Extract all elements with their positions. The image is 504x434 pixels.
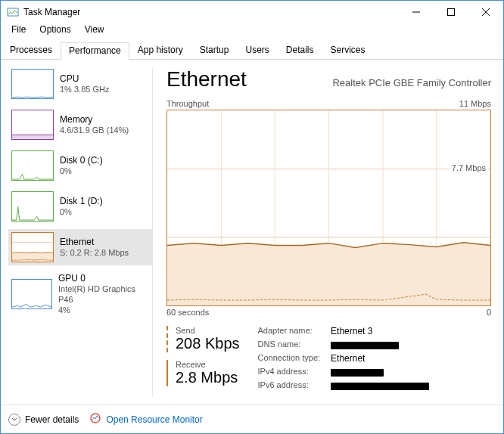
page-title: Ethernet [166,67,247,91]
send-label: Send [176,326,240,335]
receive-rate: Receive 2.8 Mbps [166,360,240,386]
main-header: Ethernet Realtek PCIe GBE Family Control… [166,67,491,91]
dns-label: DNS name: [258,339,321,350]
close-button[interactable] [468,1,503,23]
receive-value: 2.8 Mbps [176,369,240,386]
cpu-thumb-chart [11,69,54,99]
sidebar-item-gpu0[interactable]: GPU 0 Intel(R) HD Graphics P46 4% [8,270,152,318]
sidebar-item-disk0[interactable]: Disk 0 (C:) 0% [8,147,152,184]
task-manager-window: Task Manager File Options View Processes… [0,0,504,434]
disk1-thumb-chart [11,191,54,222]
sidebar-item-sub: S: 0.2 R: 2.8 Mbps [60,248,129,259]
x-axis-right: 0 [487,308,491,317]
ethernet-labels: Ethernet S: 0.2 R: 2.8 Mbps [60,237,129,259]
tabstrip: Processes Performance App history Startu… [1,42,503,60]
open-resource-monitor-label: Open Resource Monitor [106,414,202,425]
disk0-labels: Disk 0 (C:) 0% [60,155,103,177]
gridline-label: 7.7 Mbps [450,163,487,172]
sidebar-item-sub: 0% [60,166,103,177]
sidebar-item-disk1[interactable]: Disk 1 (D:) 0% [8,188,152,225]
sidebar-item-label: GPU 0 [58,273,149,284]
dns-value [331,339,429,350]
memory-labels: Memory 4.6/31.9 GB (14%) [60,114,129,136]
connection-info: Adapter name: Ethernet 3 DNS name: Conne… [258,326,430,391]
sidebar-item-sub: Intel(R) HD Graphics P46 [58,284,149,305]
tab-details[interactable]: Details [278,42,322,59]
fewer-details-label: Fewer details [25,414,79,425]
maximize-button[interactable] [434,1,468,23]
throughput-chart[interactable]: 7.7 Mbps [166,110,491,306]
ipv4-label: IPv4 address: [258,367,321,377]
footer: Fewer details Open Resource Monitor [1,405,503,433]
sidebar: CPU 1% 3.85 GHz Memory 4.6/31.9 GB (14%) [1,60,152,405]
chevron-down-icon [8,414,20,426]
svg-marker-16 [167,243,490,305]
gpu0-thumb-chart [11,279,52,309]
sidebar-item-sub: 4.6/31.9 GB (14%) [60,126,129,136]
send-value: 208 Kbps [176,335,240,352]
ipv4-value [331,367,429,377]
menubar: File Options View [1,23,503,39]
adapter-label: Adapter name: [258,326,321,336]
disk1-labels: Disk 1 (D:) 0% [60,196,103,218]
sidebar-item-cpu[interactable]: CPU 1% 3.85 GHz [8,66,152,102]
sidebar-item-sub: 0% [60,207,103,218]
cpu-labels: CPU 1% 3.85 GHz [60,73,109,95]
svg-rect-2 [448,9,455,16]
conn-value: Ethernet [331,353,429,364]
tab-processes[interactable]: Processes [2,42,61,59]
tab-users[interactable]: Users [237,42,277,59]
tab-startup[interactable]: Startup [191,42,238,59]
fewer-details-button[interactable]: Fewer details [8,414,79,426]
ipv6-label: IPv6 address: [258,380,321,391]
main-panel: Ethernet Realtek PCIe GBE Family Control… [153,60,503,405]
open-resource-monitor-link[interactable]: Open Resource Monitor [89,412,202,426]
sidebar-item-label: CPU [60,73,109,85]
minimize-button[interactable] [399,1,434,23]
sidebar-item-memory[interactable]: Memory 4.6/31.9 GB (14%) [8,107,152,143]
memory-thumb-chart [11,110,54,140]
app-icon [7,6,19,18]
receive-label: Receive [176,360,240,369]
sidebar-item-ethernet[interactable]: Ethernet S: 0.2 R: 2.8 Mbps [8,229,152,265]
adapter-value: Ethernet 3 [331,326,429,336]
ethernet-thumb-chart [11,232,54,262]
disk0-thumb-chart [11,150,54,181]
titlebar: Task Manager [1,1,503,23]
device-name: Realtek PCIe GBE Family Controller [332,77,491,88]
menu-file[interactable]: File [5,23,32,39]
resource-monitor-icon [89,412,101,426]
ipv6-value [331,380,429,391]
detail-section: Send 208 Kbps Receive 2.8 Mbps Adapter n… [166,326,491,391]
rates: Send 208 Kbps Receive 2.8 Mbps [166,326,240,391]
sidebar-item-label: Memory [60,114,129,126]
sidebar-item-label: Ethernet [60,237,129,248]
menu-view[interactable]: View [79,23,110,39]
gpu0-labels: GPU 0 Intel(R) HD Graphics P46 4% [58,273,149,315]
x-axis-left: 60 seconds [166,308,209,317]
sidebar-item-sub2: 4% [58,305,149,316]
chart-top-labels: Throughput 11 Mbps [166,99,491,108]
window-title: Task Manager [23,7,80,17]
tab-performance[interactable]: Performance [61,42,129,60]
tab-services[interactable]: Services [322,42,374,59]
y-axis-label: Throughput [166,99,209,108]
conn-label: Connection type: [258,353,321,364]
body: CPU 1% 3.85 GHz Memory 4.6/31.9 GB (14%) [1,60,503,405]
y-axis-max: 11 Mbps [459,99,491,108]
chart-bottom-labels: 60 seconds 0 [166,308,491,317]
menu-options[interactable]: Options [33,23,76,39]
sidebar-item-label: Disk 0 (C:) [60,155,103,166]
svg-rect-5 [12,135,53,139]
tab-app-history[interactable]: App history [129,42,191,59]
sidebar-item-label: Disk 1 (D:) [60,196,103,207]
send-rate: Send 208 Kbps [166,326,240,352]
sidebar-item-sub: 1% 3.85 GHz [60,85,109,95]
